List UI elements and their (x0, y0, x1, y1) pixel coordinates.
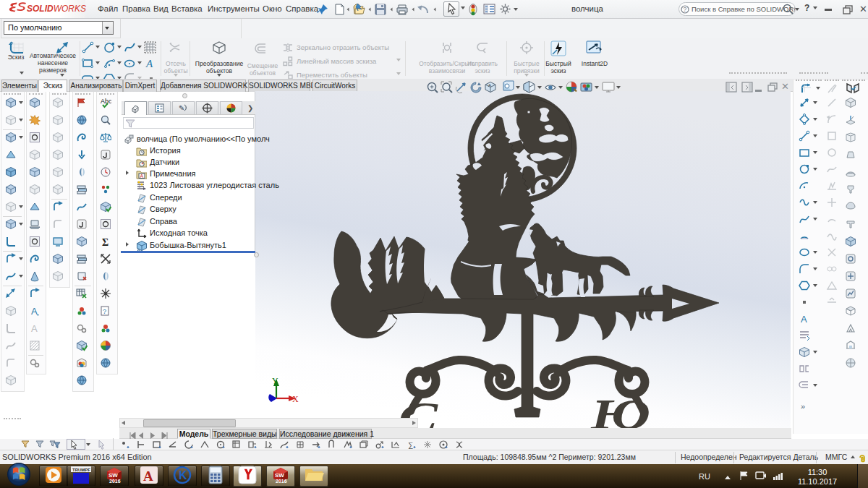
svg-text:X: X (292, 394, 299, 404)
svg-text:Σ: Σ (102, 237, 109, 248)
svg-text:SOLIDWORKS: SOLIDWORKS (27, 4, 86, 14)
svg-text:Abc: Abc (101, 98, 111, 105)
svg-text:Ю: Ю (590, 390, 650, 428)
svg-text:?: ? (103, 308, 106, 315)
svg-text:2016: 2016 (276, 479, 287, 484)
svg-text:✎: ✎ (179, 104, 184, 112)
svg-text:?: ? (683, 6, 686, 13)
svg-text:A: A (31, 306, 38, 317)
svg-text:A: A (31, 323, 38, 334)
svg-text:2016: 2016 (109, 479, 121, 484)
svg-text:K: K (179, 469, 187, 481)
svg-text:A: A (488, 83, 491, 87)
svg-text:TRUMPF: TRUMPF (72, 467, 90, 471)
svg-text:A: A (143, 468, 153, 484)
svg-text:Y: Y (272, 376, 278, 386)
svg-text:A: A (801, 314, 807, 325)
svg-text:SW: SW (275, 472, 284, 479)
svg-text:A: A (140, 174, 144, 179)
svg-text:∑: ∑ (408, 441, 413, 449)
svg-text:SW: SW (109, 472, 118, 479)
svg-text:A: A (145, 58, 153, 69)
